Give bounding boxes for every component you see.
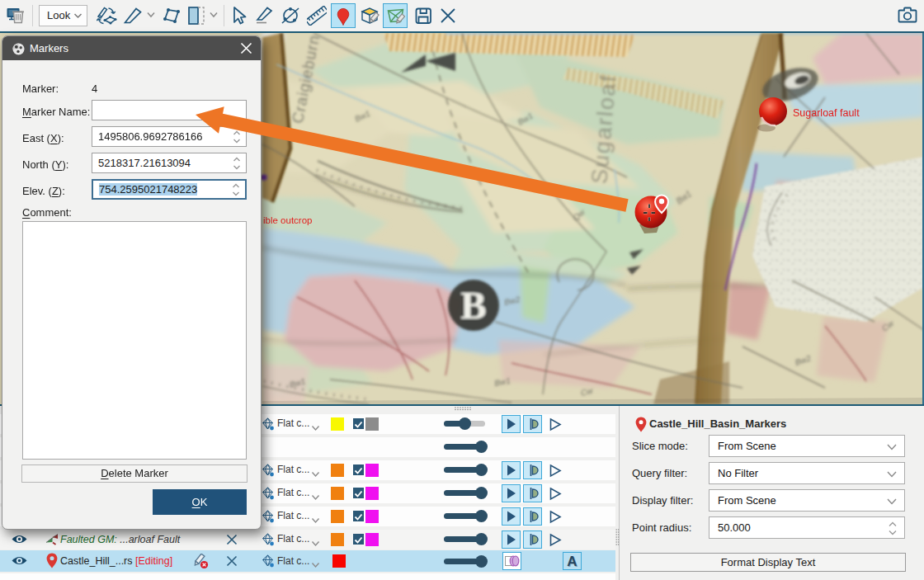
svg-text:ible outcrop: ible outcrop: [263, 215, 312, 225]
svg-text:Sugarloaf fault: Sugarloaf fault: [793, 107, 860, 119]
